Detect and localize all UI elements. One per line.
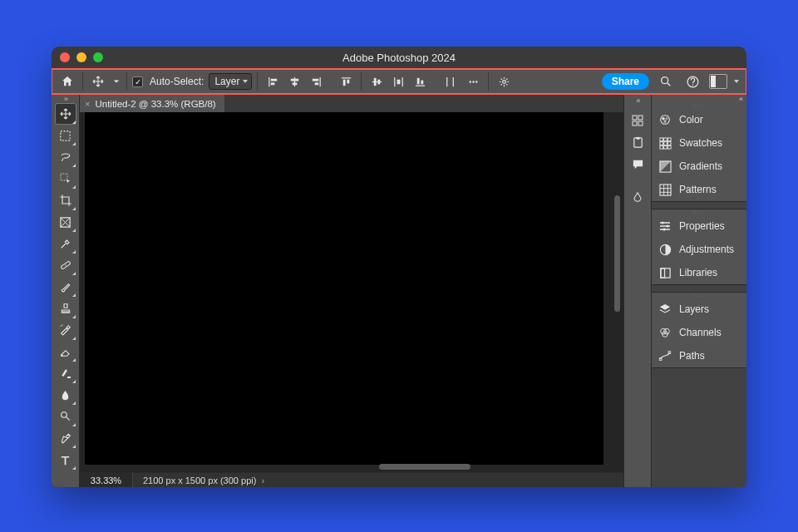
dock-collapse-handle[interactable]: « [624,96,651,105]
share-label: Share [612,76,639,87]
close-window-button[interactable] [60,52,70,62]
align-horizontal-centers-button[interactable] [284,71,304,91]
libraries-panel-tab[interactable]: Libraries [652,261,746,284]
brush-tool[interactable] [55,276,76,298]
properties-panel-tab[interactable]: Properties [652,214,746,238]
move-tool-indicator[interactable] [88,71,108,91]
close-tab-icon[interactable]: × [85,99,90,109]
tool-preset-dropdown[interactable] [111,71,121,91]
zoom-window-button[interactable] [93,52,103,62]
gradients-panel-tab[interactable]: Gradients [652,155,746,178]
crop-tool[interactable] [55,190,76,211]
zoom-field[interactable]: 33.33% [80,473,133,487]
help-button[interactable] [682,71,702,91]
horizontal-scrollbar[interactable] [379,464,470,470]
workspace-switcher-caret[interactable] [734,78,741,85]
history-brush-tool[interactable] [55,319,76,341]
layers-panel-tab[interactable]: Layers [652,298,746,321]
document-tab[interactable]: × Untitled-2 @ 33.3% (RGB/8) [80,95,224,112]
panel-label: Paths [679,350,705,362]
zoom-value: 33.33% [91,475,121,485]
type-tool[interactable] [55,449,76,470]
comment-icon [632,158,644,170]
dodge-tool[interactable] [55,406,76,427]
align-horizontal-group [263,71,326,91]
panel-label: Channels [679,327,722,338]
svg-rect-38 [667,137,671,140]
svg-rect-5 [315,82,319,85]
adjustments-panel-tab[interactable]: Adjustments [652,238,746,261]
svg-rect-9 [377,79,380,84]
align-bottom-edges-button[interactable] [410,71,430,91]
lasso-icon [59,150,72,164]
layers-icon [658,303,672,316]
more-icon [467,76,480,88]
svg-rect-11 [417,77,420,84]
auto-select-mode-dropdown[interactable]: Layer [209,73,252,90]
swatches-panel-tab[interactable]: Swatches [652,131,746,155]
patterns-panel-tab[interactable]: Patterns [652,178,746,201]
object-selection-tool[interactable] [55,168,76,190]
svg-rect-3 [293,82,298,85]
distribute-horizontal-button[interactable] [388,71,408,91]
svg-point-17 [662,77,668,84]
svg-rect-26 [633,116,637,120]
svg-rect-42 [659,145,663,149]
vertical-scrollbar[interactable] [614,195,620,312]
svg-rect-0 [271,78,278,81]
histogram-panel-icon-button[interactable] [627,110,648,131]
panel-label: Swatches [679,137,722,149]
align-left-edges-button[interactable] [263,71,283,91]
svg-point-13 [469,81,470,82]
toolbox-collapse-handle[interactable]: » [52,95,79,103]
move-tool[interactable] [55,103,76,125]
clipboard-icon [632,136,644,149]
color-panel-tab[interactable]: Color [652,108,746,131]
align-vertical-centers-button[interactable] [367,71,387,91]
channels-panel-tab[interactable]: Channels [652,321,746,344]
svg-rect-40 [663,141,667,145]
crop-icon [59,194,72,207]
svg-point-16 [503,80,506,83]
distribute-spacing-button[interactable] [440,71,460,91]
marquee-tool[interactable] [55,125,76,146]
paths-panel-tab[interactable]: Paths [652,344,746,367]
3d-mode-button[interactable] [494,71,514,91]
eyedropper-tool[interactable] [55,233,76,254]
options-bar: ✓ Auto-Select: Layer Share [52,68,746,95]
minimize-window-button[interactable] [76,52,86,62]
status-info[interactable]: 2100 px x 1500 px (300 ppi)› [133,475,274,485]
home-button[interactable] [57,71,77,91]
align-right-edges-button[interactable] [306,71,326,91]
align-top-edges-button[interactable] [336,71,356,91]
comments-panel-icon-button[interactable] [627,153,648,175]
brush-settings-panel-icon-button[interactable] [627,186,648,208]
svg-point-48 [667,225,669,228]
brush-icon [59,280,72,293]
frame-tool[interactable] [55,211,76,233]
align-bottom-icon [414,76,426,88]
gradient-tool[interactable] [55,362,76,384]
panel-collapse-handle[interactable]: « [652,95,746,103]
canvas-viewport[interactable] [80,112,623,472]
lasso-tool[interactable] [55,146,76,168]
info-panel-icon-button[interactable] [627,131,648,153]
svg-rect-51 [660,268,669,277]
svg-point-15 [475,81,477,82]
traffic-lights [60,52,103,62]
eraser-tool[interactable] [55,341,76,362]
svg-rect-44 [667,145,671,149]
search-button[interactable] [656,71,676,91]
align-more-button[interactable] [463,71,483,91]
spot-healing-brush-tool[interactable] [55,254,76,276]
auto-select-checkbox[interactable]: ✓ [132,76,143,87]
clone-stamp-tool[interactable] [55,298,76,319]
blur-tool[interactable] [55,384,76,406]
share-button[interactable]: Share [602,73,649,90]
svg-rect-36 [659,137,663,140]
workspace-switcher[interactable] [709,74,727,89]
svg-rect-43 [663,145,667,149]
pen-tool[interactable] [55,427,76,449]
canvas[interactable] [85,112,603,465]
panel-empty-area [652,367,746,487]
